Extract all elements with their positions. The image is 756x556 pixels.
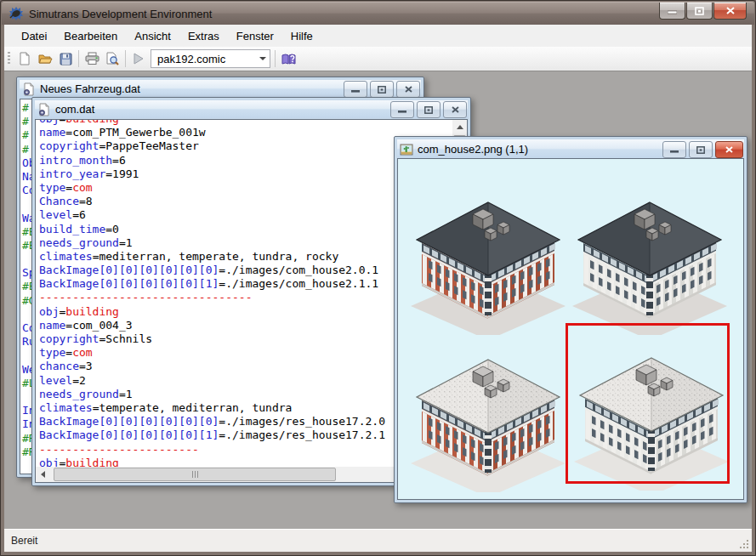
run-button[interactable] <box>128 48 149 69</box>
editor-line: copyright=PappeTeeMaster <box>39 139 452 153</box>
editor-line: name=com_004_3 <box>39 319 452 332</box>
minimize-button[interactable] <box>659 3 685 20</box>
open-file-button[interactable] <box>35 48 55 69</box>
image-restore-button[interactable] <box>689 141 713 158</box>
com-minimize-button[interactable] <box>390 101 414 118</box>
editor-line: build_time=0 <box>39 223 452 236</box>
menu-item-fenster[interactable]: Fenster <box>228 26 282 47</box>
editor-line: intro_year=1991 <box>39 167 452 181</box>
menu-item-extras[interactable]: Extras <box>179 26 228 47</box>
editor-line: BackImage[0][0][0][0][0][1]=./images/com… <box>39 277 452 291</box>
main-titlebar[interactable]: Simutrans Development Environment <box>2 2 754 25</box>
editor-line: level=6 <box>39 208 452 222</box>
open-folder-icon <box>38 52 53 65</box>
editor-line: climates=temperate, mediterran, tundra <box>39 401 452 415</box>
restore-button[interactable] <box>686 3 713 20</box>
tile-selection-rectangle <box>566 323 730 484</box>
editor-line: level=2 <box>39 374 452 388</box>
menu-item-bearbeiten[interactable]: Bearbeiten <box>55 26 126 47</box>
image-titlebar[interactable]: com_house2.png (1,1) <box>397 139 744 159</box>
horizontal-scroll-thumb[interactable] <box>54 468 336 481</box>
print-preview-icon <box>105 52 119 65</box>
toolbar-separator <box>275 50 276 67</box>
toolbar-separator <box>125 50 126 67</box>
editor-line: climates=mediterran, temperate, tundra, … <box>39 250 452 264</box>
editor-line: -------------------------------- <box>39 291 452 304</box>
building-tile-winter-red[interactable] <box>407 348 569 496</box>
editor-line: obj=building <box>39 120 452 126</box>
editor-line: BackImage[0][0][0][0][0][1]=./images/res… <box>39 428 452 442</box>
pak-selector-value: pak192.comic <box>157 53 225 65</box>
help-book-icon <box>281 53 296 65</box>
editor-line: needs_ground=1 <box>39 388 452 401</box>
image-file-icon <box>400 143 413 156</box>
menu-item-datei[interactable]: Datei <box>13 26 55 47</box>
close-button[interactable] <box>713 3 747 20</box>
status-bar: Bereit <box>4 529 752 552</box>
neues-titlebar[interactable]: Neues Fahrzeug.dat <box>20 80 421 98</box>
editor-line: BackImage[0][0][0][0][0][0]=./images/res… <box>39 415 452 428</box>
editor-line: Chance=8 <box>39 195 452 208</box>
triangle-up-icon <box>457 125 463 129</box>
editor-line: BackImage[0][0][0][0][0][0]=./images/com… <box>39 264 452 277</box>
com-close-button[interactable] <box>443 101 467 118</box>
menu-item-hilfe[interactable]: Hilfe <box>282 26 321 47</box>
com-window-title: com.dat <box>55 103 94 116</box>
save-button[interactable] <box>55 48 76 69</box>
editor-line: obj=building <box>39 305 452 319</box>
com-titlebar[interactable]: com.dat <box>35 100 468 118</box>
print-icon <box>85 52 99 65</box>
print-preview-button[interactable] <box>102 48 122 69</box>
com-editor-text[interactable]: obj=buildingname=com_PTM_Gewerbe_001wcop… <box>36 120 452 467</box>
dat-file-icon <box>22 82 36 96</box>
toolbar: pak192.comic <box>4 47 752 71</box>
help-button[interactable] <box>278 48 298 69</box>
print-button[interactable] <box>82 48 102 69</box>
editor-line: chance=3 <box>39 360 452 373</box>
dat-file-icon <box>37 103 51 116</box>
new-document-icon <box>18 52 31 65</box>
mdi-area: Neues Fahrzeug.dat ####ObNaCoWa#E#ESp#E#… <box>4 71 752 530</box>
run-icon <box>134 53 144 65</box>
triangle-left-icon <box>41 471 45 478</box>
building-tile-summer-red[interactable] <box>407 190 569 338</box>
image-minimize-button[interactable] <box>662 141 686 158</box>
menu-bar: DateiBearbeitenAnsichtExtrasFensterHilfe <box>4 25 752 47</box>
building-tile-summer-white[interactable] <box>569 190 730 338</box>
pak-selector[interactable]: pak192.comic <box>151 49 270 68</box>
new-document-button[interactable] <box>14 48 35 69</box>
main-window: Simutrans Development Environment DateiB… <box>0 0 756 556</box>
image-viewer[interactable] <box>397 158 744 500</box>
app-icon <box>9 7 23 20</box>
editor-line: needs_ground=1 <box>39 236 452 250</box>
com-restore-button[interactable] <box>417 101 441 118</box>
editor-line: copyright=Schnils <box>39 332 452 346</box>
chevron-down-icon[interactable] <box>259 57 266 60</box>
neues-window-title: Neues Fahrzeug.dat <box>40 82 140 95</box>
scroll-left-button[interactable] <box>36 467 50 481</box>
image-close-button[interactable] <box>715 141 743 158</box>
status-text: Bereit <box>11 535 37 547</box>
editor-line: obj=building <box>39 457 452 467</box>
editor-line: type=com <box>39 346 452 360</box>
toolbar-grip[interactable] <box>8 52 10 65</box>
main-window-title: Simutrans Development Environment <box>29 8 212 20</box>
image-window-title: com_house2.png (1,1) <box>418 143 528 156</box>
neues-restore-button[interactable] <box>370 81 394 98</box>
editor-line: type=com <box>39 181 452 195</box>
neues-minimize-button[interactable] <box>344 81 367 98</box>
scroll-up-button[interactable] <box>452 120 467 134</box>
editor-line: intro_month=6 <box>39 154 452 167</box>
editor-line: ------------------------ <box>39 443 452 457</box>
toolbar-separator <box>78 50 79 67</box>
save-icon <box>60 53 72 65</box>
window-com-house2-png[interactable]: com_house2.png (1,1) <box>394 136 747 503</box>
neues-close-button[interactable] <box>396 81 420 98</box>
resize-grip-icon[interactable] <box>739 539 750 550</box>
editor-line: name=com_PTM_Gewerbe_001w <box>39 126 452 139</box>
horizontal-scrollbar[interactable] <box>36 467 452 482</box>
menu-item-ansicht[interactable]: Ansicht <box>126 26 179 47</box>
